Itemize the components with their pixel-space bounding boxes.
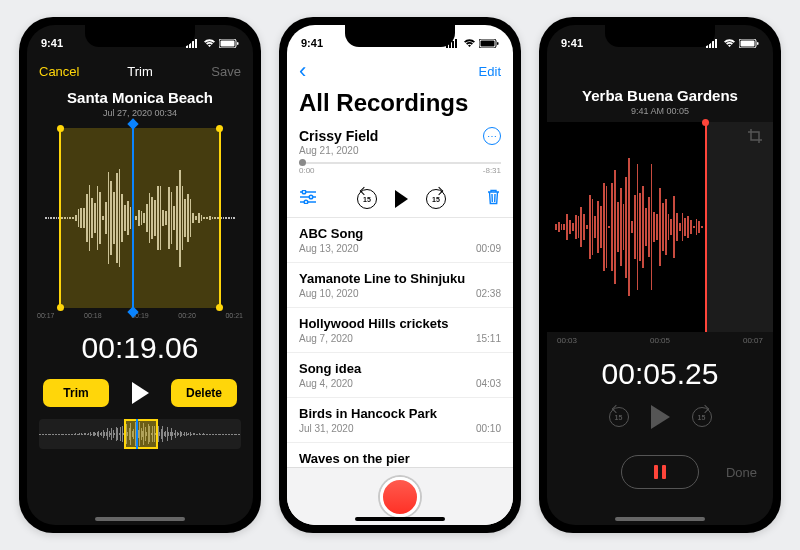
svg-rect-3 [195,39,197,48]
recording-title: Yerba Buena Gardens [547,87,773,104]
battery-icon [479,39,499,48]
device-notch [85,25,195,47]
cancel-button[interactable]: Cancel [39,64,89,79]
status-time: 9:41 [561,37,583,49]
skip-back-15-button[interactable]: 15 [357,189,377,209]
status-time: 9:41 [41,37,63,49]
phone-list: 9:41 ‹ Edit All Recordings Crissy Field … [279,17,521,533]
featured-date: Aug 21, 2020 [299,145,501,156]
battery-icon [219,39,239,48]
trash-icon[interactable] [486,189,501,209]
overview-selection[interactable] [124,419,158,449]
overview-playhead[interactable] [136,419,138,449]
list-item-title: ABC Song [299,226,363,241]
list-item-date: Aug 13, 2020 [299,243,363,254]
phone-trim: 9:41 Cancel Trim Save Santa Monica Beach… [19,17,261,533]
svg-rect-9 [452,41,454,48]
list-item-title: Birds in Hancock Park [299,406,437,421]
svg-rect-12 [481,40,495,46]
list-item-title: Yamanote Line to Shinjuku [299,271,465,286]
skip-fwd-15-button[interactable]: 15 [692,407,712,427]
svg-rect-28 [757,42,759,45]
play-button[interactable] [651,405,670,429]
svg-rect-13 [497,42,499,45]
svg-point-19 [304,200,308,204]
play-button[interactable] [132,382,149,404]
waveform-trim-area[interactable] [37,128,243,308]
list-item[interactable]: Yamanote Line to ShinjukuAug 10, 202002:… [287,263,513,308]
back-button[interactable]: ‹ [299,58,349,84]
skip-fwd-15-button[interactable]: 15 [426,189,446,209]
recordings-list: ABC SongAug 13, 202000:09Yamanote Line t… [287,218,513,467]
device-notch [605,25,715,47]
device-notch [345,25,455,47]
play-button[interactable] [395,190,408,208]
list-item-duration: 15:11 [476,333,501,344]
list-item-duration: 04:03 [476,378,501,389]
status-time: 9:41 [301,37,323,49]
phone-recording: 9:41 Yerba Buena Gardens 9:41 AM 00:05 0… [539,17,781,533]
recording-subtitle: Jul 27, 2020 00:34 [27,108,253,118]
wifi-icon [723,39,736,48]
waveform-record-area[interactable] [547,122,773,332]
edit-button[interactable]: Edit [451,64,501,79]
list-item[interactable]: Hollywood Hills cricketsAug 7, 202015:11 [287,308,513,353]
svg-point-17 [302,190,306,194]
list-item[interactable]: Waves on the pierJul 30, 202002:05 [287,443,513,467]
recording-subtitle: 9:41 AM 00:05 [547,106,773,116]
list-item-title: Waves on the pier [299,451,410,466]
delete-button[interactable]: Delete [171,379,237,407]
svg-rect-5 [221,40,235,46]
nav-bar: Cancel Trim Save [27,55,253,87]
record-button[interactable] [380,477,420,517]
trim-button[interactable]: Trim [43,379,109,407]
done-button[interactable]: Done [726,465,757,480]
recording-title: Santa Monica Beach [27,89,253,106]
current-time: 00:19.06 [27,331,253,365]
svg-rect-25 [715,39,717,48]
list-item-date: Aug 4, 2020 [299,378,361,389]
current-time: 00:05.25 [547,357,773,391]
page-title: All Recordings [287,87,513,121]
list-item[interactable]: ABC SongAug 13, 202000:09 [287,218,513,263]
list-item-duration: 02:38 [476,288,501,299]
battery-icon [739,39,759,48]
svg-rect-2 [192,41,194,48]
list-item-title: Song idea [299,361,361,376]
list-item[interactable]: Birds in Hancock ParkJul 31, 202000:10 [287,398,513,443]
featured-title: Crissy Field [299,128,378,144]
list-item-duration: 00:10 [476,423,501,434]
nav-bar: ‹ Edit [287,55,513,87]
playhead[interactable] [132,124,134,312]
options-icon[interactable] [299,190,317,208]
svg-point-18 [309,195,313,199]
svg-rect-10 [455,39,457,48]
featured-recording[interactable]: Crissy Field ⋯ Aug 21, 2020 0:00 -8:31 [287,121,513,179]
more-options-icon[interactable]: ⋯ [483,127,501,145]
svg-rect-6 [237,42,239,45]
home-indicator[interactable] [355,517,445,521]
crop-icon[interactable] [747,128,763,144]
list-item-date: Aug 7, 2020 [299,333,449,344]
list-item-title: Hollywood Hills crickets [299,316,449,331]
save-button[interactable]: Save [191,64,241,79]
playhead [705,122,707,332]
timeline-ticks: 00:03 00:05 00:07 [547,332,773,345]
wifi-icon [463,39,476,48]
list-item-duration: 00:09 [476,243,501,254]
svg-rect-27 [741,40,755,46]
trim-selection[interactable] [59,128,221,308]
record-bar [287,467,513,525]
scrubber[interactable]: 0:00 -8:31 [299,166,501,175]
list-item-date: Aug 10, 2020 [299,288,465,299]
list-item-date: Jul 31, 2020 [299,423,437,434]
svg-rect-24 [712,41,714,48]
screen-title: Trim [89,64,191,79]
pause-button[interactable] [621,455,699,489]
wifi-icon [203,39,216,48]
home-indicator[interactable] [95,517,185,521]
skip-back-15-button[interactable]: 15 [609,407,629,427]
overview-scrubber[interactable] [39,419,241,449]
home-indicator[interactable] [615,517,705,521]
list-item[interactable]: Song ideaAug 4, 202004:03 [287,353,513,398]
